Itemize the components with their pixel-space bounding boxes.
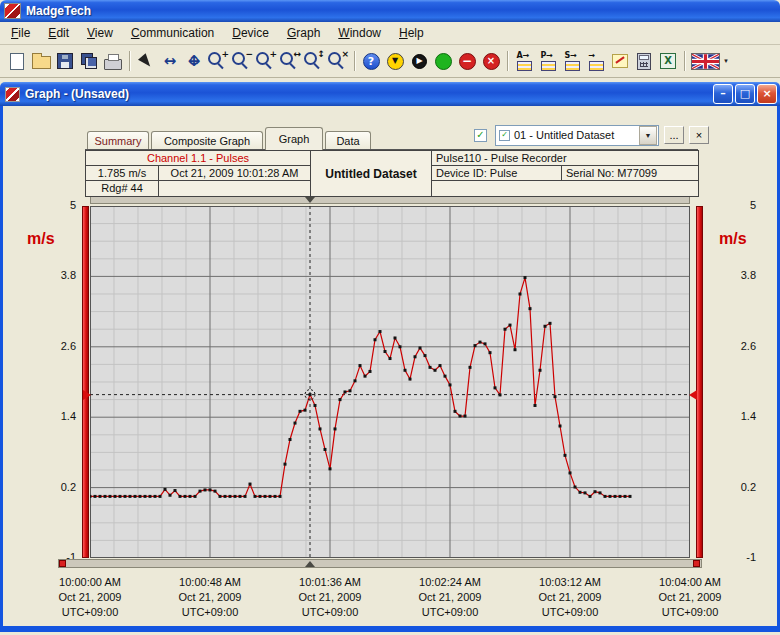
icon-mark: ▼ [723,58,729,64]
x-tick-time: 10:00:00 AM [45,575,135,590]
report-a-button[interactable]: A→ [512,49,536,73]
cancel-button[interactable]: × [479,49,503,73]
y-tick-label: 0.2 [42,481,76,493]
icon-mark: + [221,50,229,59]
y-tick-label: 5 [42,199,76,211]
language-uk-flag-button[interactable]: ▼ [689,49,731,73]
zoom-reset-icon [328,52,341,65]
x-tick-utc: UTC+09:00 [645,605,735,620]
graph-plot[interactable] [90,206,690,558]
open-file-icon [32,56,51,69]
dataset-more-button[interactable]: ... [664,126,684,144]
minimize-button[interactable]: – [713,84,733,104]
x-tick-label: 10:00:00 AMOct 21, 2009UTC+09:00 [45,575,135,620]
zoom-in-icon [208,52,221,65]
pan-horizontal-button[interactable]: ↔ [158,49,182,73]
annotate-button[interactable] [608,49,632,73]
main-titlebar[interactable]: MadgeTech [0,0,780,22]
tab-label: Composite Graph [164,135,250,147]
icon-mark: ↕ [317,50,325,59]
menu-item-communication[interactable]: Communication [122,23,223,43]
tab-summary[interactable]: Summary [87,131,149,150]
menu-item-help[interactable]: Help [390,23,433,43]
zoom-vertical-button[interactable]: ↕ [302,49,326,73]
close-button[interactable]: × [757,84,777,104]
annotate-icon [612,54,628,68]
child-window-titlebar[interactable]: Graph - (Unsaved) – □ × [0,82,780,106]
pan-horizontal-icon: ↔ [164,54,177,69]
new-document-button[interactable] [5,49,29,73]
download-data-button[interactable]: ▼ [383,49,407,73]
calculator-button[interactable] [632,49,656,73]
x-tick-date: Oct 21, 2009 [165,590,255,605]
dataset-combo[interactable]: 01 - Untitled Dataset [495,125,659,146]
save-all-button[interactable] [77,49,101,73]
y-tick-label: 1.4 [42,410,76,422]
x-tick-date: Oct 21, 2009 [285,590,375,605]
help-button[interactable]: ? [359,49,383,73]
dataset-selector-bar: 01 - Untitled Dataset ... × [474,123,709,147]
y-unit-label-right: m/s [719,230,747,248]
zoom-out-button[interactable]: − [230,49,254,73]
toolbar-separator [354,51,355,71]
report-p-button[interactable]: P→ [536,49,560,73]
icon-mark: − [245,50,253,59]
x-tick-time: 10:04:00 AM [645,575,735,590]
x-tick-label: 10:03:12 AMOct 21, 2009UTC+09:00 [525,575,615,620]
menu-item-view[interactable]: View [78,23,122,43]
tab-data[interactable]: Data [325,131,371,150]
pointer-tool-button[interactable] [134,49,158,73]
stop-device-button[interactable]: − [455,49,479,73]
empty-row [432,181,698,196]
x-tick-label: 10:02:24 AMOct 21, 2009UTC+09:00 [405,575,495,620]
menu-item-file[interactable]: File [2,23,39,43]
combo-dropdown-button[interactable] [639,126,657,145]
tab-graph[interactable]: Graph [265,127,323,150]
dataset-title: Untitled Dataset [311,151,432,196]
right-y-range-slider[interactable] [696,206,703,558]
pan-all-button[interactable]: ↔↕ [182,49,206,73]
start-device-icon: ▶ [412,54,427,69]
maximize-button[interactable]: □ [735,84,755,104]
x-slider-right-handle[interactable] [693,560,700,567]
print-button[interactable] [101,49,125,73]
x-tick-time: 10:01:36 AM [285,575,375,590]
combo-dataset-checkbox[interactable] [499,130,510,141]
report-s-button[interactable]: S→ [560,49,584,73]
child-window-border [0,626,780,632]
excel-export-button[interactable]: X [656,49,680,73]
dataset-combo-label: 01 - Untitled Dataset [510,129,639,141]
y-tick-label: 0.2 [722,481,756,493]
report-arrow-button[interactable]: → [584,49,608,73]
start-device-button[interactable]: ▶ [407,49,431,73]
dataset-visible-checkbox[interactable] [474,129,487,142]
left-y-range-slider[interactable] [82,206,89,558]
stop-device-icon: − [459,53,476,70]
report-arrow-icon: → [589,52,604,71]
reading-number: Rdg# 44 [86,181,159,196]
save-button[interactable] [53,49,77,73]
top-position-bar[interactable] [90,196,690,204]
menubar: FileEditViewCommunicationDeviceGraphWind… [0,22,780,45]
download-data-icon: ▼ [387,53,404,70]
zoom-reset-button[interactable]: × [326,49,350,73]
zoom-window-button[interactable]: + [254,49,278,73]
zoom-in-button[interactable]: + [206,49,230,73]
realtime-start-button[interactable] [431,49,455,73]
menu-item-edit[interactable]: Edit [39,23,78,43]
y-tick-label: 2.6 [42,340,76,352]
open-file-button[interactable] [29,49,53,73]
y-tick-label: 3.8 [722,269,756,281]
toolbar-separator [507,51,508,71]
bottom-x-range-slider[interactable] [58,559,702,568]
menu-item-device[interactable]: Device [223,23,278,43]
menu-item-graph[interactable]: Graph [278,23,329,43]
main-window-title: MadgeTech [26,4,91,18]
x-tick-label: 10:00:48 AMOct 21, 2009UTC+09:00 [165,575,255,620]
x-slider-left-handle[interactable] [59,560,66,567]
x-tick-utc: UTC+09:00 [405,605,495,620]
dataset-close-button[interactable]: × [689,126,709,144]
menu-item-window[interactable]: Window [329,23,390,43]
zoom-horizontal-button[interactable]: ↔ [278,49,302,73]
tab-composite-graph[interactable]: Composite Graph [151,131,263,150]
